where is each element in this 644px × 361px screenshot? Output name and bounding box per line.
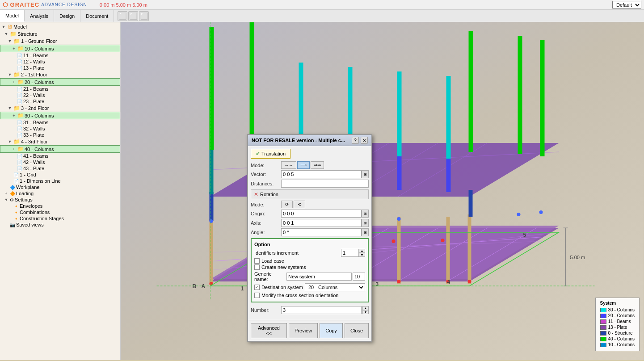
destination-select[interactable]: 20 - Columns10 - Columns30 - Columns40 -…	[305, 283, 365, 291]
tree-item-plate43[interactable]: 📄 43 - Plate	[0, 165, 120, 172]
generic-name-label: Generic name:	[254, 271, 286, 282]
close-button[interactable]: Close	[345, 323, 369, 338]
identifiers-input[interactable]	[341, 249, 359, 257]
tree-item-model[interactable]: ▼ 🖥 Model	[0, 23, 120, 30]
tree-item-floor2[interactable]: ▼ 📁 2 - 1st Floor	[0, 71, 120, 78]
translation-tab[interactable]: ✔ Translation	[251, 149, 290, 159]
preview-button[interactable]: Preview	[289, 323, 318, 338]
tree-item-grid[interactable]: 📄 1 - Grid	[0, 172, 120, 178]
number-row: Number: ▲ ▼	[251, 304, 369, 316]
ribbon-icon-group: ⬜ ⬜ ⬜	[114, 10, 152, 22]
tree-item-beam41[interactable]: 📄 41 - Beams	[0, 153, 120, 159]
mode-row: Mode: →→ ⟶ ⇒⇒	[251, 161, 369, 169]
svg-rect-33	[210, 192, 214, 221]
advanced-button[interactable]: Advanced <<	[251, 323, 287, 338]
tab-design[interactable]: Design	[54, 10, 80, 22]
origin-spin-button[interactable]: ⊞	[362, 210, 369, 218]
tree-item-floor4[interactable]: ▼ 📁 4 - 3rd Floor	[0, 138, 120, 145]
tab-model[interactable]: Model	[0, 10, 25, 22]
tree-item-workplane[interactable]: 🔷 Workplane	[0, 184, 120, 190]
origin-input[interactable]	[281, 210, 362, 218]
angle-input[interactable]	[281, 228, 362, 236]
view-dropdown[interactable]: Default	[612, 1, 641, 9]
viewport-3d[interactable]: 5.00 m B A 1 2 3 4 5 Sy	[121, 22, 644, 360]
tree-item-wall32[interactable]: 📄 32 - Walls	[0, 126, 120, 132]
tree-item-plate13[interactable]: 📄 13 - Plate	[0, 65, 120, 71]
destination-checkbox[interactable]	[254, 285, 260, 290]
tree-item-settings[interactable]: ▼ ⚙ Settings	[0, 197, 120, 203]
dialog-title: NOT FOR RESALE version - Multiple c...	[252, 138, 345, 143]
mode-btn-1[interactable]: →→	[281, 161, 296, 169]
tree-item-col10[interactable]: + 📁 10 - Columns	[0, 45, 120, 52]
copy-button[interactable]: Copy	[320, 323, 343, 338]
legend-label-1: 20 - Columns	[608, 313, 635, 318]
tree-item-beam31[interactable]: 📄 31 - Beams	[0, 119, 120, 126]
svg-rect-37	[469, 31, 473, 152]
svg-text:B: B	[193, 283, 197, 290]
number-down[interactable]: ▼	[362, 310, 369, 314]
create-systems-checkbox[interactable]	[254, 264, 260, 270]
distances-input[interactable]	[281, 180, 369, 188]
identifiers-down[interactable]: ▼	[359, 253, 365, 257]
rotation-section-header: ✕ Rotation	[251, 189, 369, 199]
ribbon-icon-2[interactable]: ⬜	[128, 11, 138, 21]
svg-rect-38	[518, 36, 522, 154]
axis-row: Axis: ⊞	[251, 219, 369, 227]
tree-item-envelopes[interactable]: 🔸 Envelopes	[0, 203, 120, 209]
tree-item-col40[interactable]: + 📁 40 - Columns	[0, 145, 120, 153]
svg-rect-31	[446, 159, 451, 192]
tree-item-col20[interactable]: + 📁 20 - Columns	[0, 78, 120, 86]
dialog-help-button[interactable]: ?	[352, 137, 359, 144]
tab-analysis[interactable]: Analysis	[25, 10, 54, 22]
rotation-mode-btn-2[interactable]: ⟲	[294, 201, 305, 208]
expander[interactable]: ▼	[1, 25, 6, 29]
legend-color-3	[600, 325, 606, 330]
tab-document[interactable]: Document	[80, 10, 114, 22]
axis-input[interactable]	[281, 219, 362, 227]
dialog-titlebar[interactable]: NOT FOR RESALE version - Multiple c... ?…	[248, 135, 371, 146]
angle-spin-button[interactable]: ⊞	[362, 228, 369, 236]
mode-btn-2[interactable]: ⟶	[297, 161, 310, 169]
tree-item-combinations[interactable]: 🔸 Combinations	[0, 209, 120, 215]
generic-name-num-input[interactable]	[353, 273, 365, 281]
tree-item-structure[interactable]: ▼ 📁 Structure	[0, 30, 120, 38]
vector-input[interactable]	[281, 170, 362, 178]
load-case-checkbox[interactable]	[254, 258, 260, 264]
number-input[interactable]	[281, 306, 362, 314]
tree-item-wall22[interactable]: 📄 22 - Walls	[0, 92, 120, 98]
svg-rect-34	[469, 190, 473, 217]
option-section: Option Identifiers increment ▲ ▼	[251, 238, 369, 302]
dialog-close-button[interactable]: ✕	[361, 137, 368, 144]
tree-item-col30[interactable]: + 📁 30 - Columns	[0, 112, 120, 119]
rotation-mode-btn-1[interactable]: ⟳	[281, 201, 293, 208]
vector-spin-button[interactable]: ⊞	[362, 170, 369, 178]
legend-color-5	[600, 337, 606, 341]
tree-item-beam21[interactable]: 📄 21 - Beams	[0, 86, 120, 92]
tree-item-savedviews[interactable]: 📷 Saved views	[0, 222, 120, 228]
translation-label: Translation	[261, 151, 286, 156]
modify-checkbox[interactable]	[254, 293, 260, 298]
axis-spin-button[interactable]: ⊞	[362, 219, 369, 227]
ribbon-icon-3[interactable]: ⬜	[139, 11, 149, 21]
mode-btn-3[interactable]: ⇒⇒	[311, 161, 324, 169]
tree-item-plate23[interactable]: 📄 23 - Plate	[0, 98, 120, 105]
dialog-body: ✔ Translation Mode: →→ ⟶ ⇒⇒	[248, 146, 371, 320]
tree-item-floor1[interactable]: ▼ 📁 1 - Ground Floor	[0, 38, 120, 45]
tree-item-wall42[interactable]: 📄 42 - Walls	[0, 159, 120, 165]
tree-item-beam11[interactable]: 📄 11 - Beams	[0, 52, 120, 59]
identifiers-row: Identifiers increment ▲ ▼	[254, 249, 365, 257]
dialog-tabs: ✔ Translation	[251, 149, 369, 159]
tree-item-floor3[interactable]: ▼ 📁 3 - 2nd Floor	[0, 105, 120, 112]
ribbon-icon-1[interactable]: ⬜	[118, 11, 127, 21]
tree-item-construction[interactable]: 🔸 Construction Stages	[0, 215, 120, 222]
identifiers-up[interactable]: ▲	[359, 249, 365, 253]
tree-item-loading[interactable]: + 🔶 Loading	[0, 190, 120, 197]
legend-item-5: 40 - Columns	[600, 336, 635, 341]
svg-text:3: 3	[376, 281, 379, 287]
tree-item-dimline[interactable]: 📄 1 - Dimension Line	[0, 178, 120, 184]
number-up[interactable]: ▲	[362, 306, 369, 310]
legend-label-4: 0 - Structure	[608, 331, 633, 336]
tree-item-wall12[interactable]: 📄 12 - Walls	[0, 59, 120, 65]
generic-name-input[interactable]	[286, 273, 352, 281]
tree-item-plate33[interactable]: 📄 33 - Plate	[0, 132, 120, 138]
